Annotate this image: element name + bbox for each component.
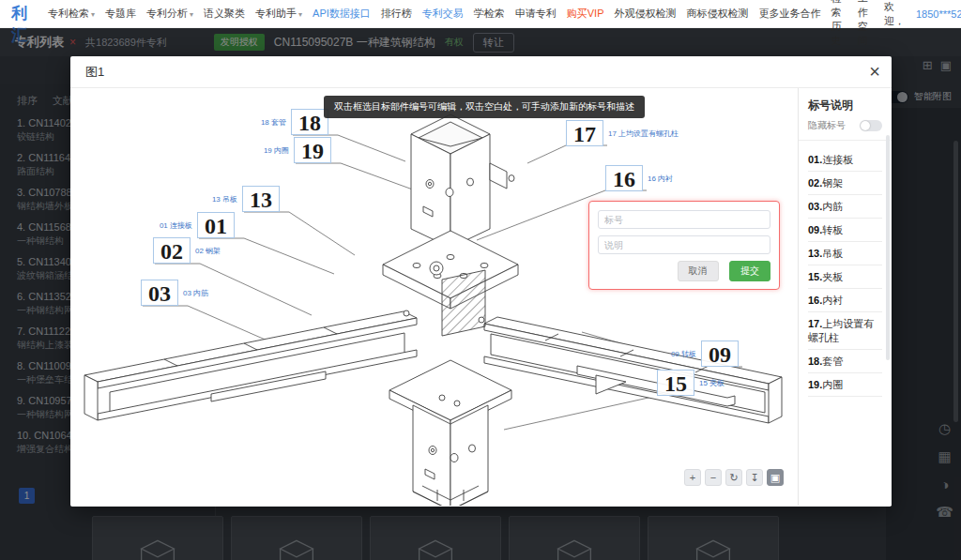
label-list-item[interactable]: 09.转板 (808, 219, 882, 242)
user-menu[interactable]: 1850***5289▾ (916, 8, 961, 20)
rotate-button[interactable]: ↻ (725, 469, 742, 486)
annotation-text: 17 上均设置有螺孔柱 (608, 129, 679, 139)
annotation-number: 16 (605, 165, 643, 191)
annotation-number: 19 (294, 137, 331, 163)
nav-menu-item[interactable]: 学检索 (474, 7, 505, 21)
figure-toolbar: + − ↻ ↧ ▣ (684, 469, 784, 486)
label-list-item[interactable]: 02.钢架 (808, 172, 882, 195)
zoom-out-button[interactable]: − (705, 469, 722, 486)
nav-menu-item[interactable]: 更多业务合作 (759, 7, 821, 21)
chevron-down-icon: ▾ (91, 10, 95, 19)
figure-annotation[interactable]: 02 钢架 02 (153, 237, 191, 264)
annotation-number: 15 (657, 370, 694, 396)
nav-menu: 专利检索▾专题库专利分析▾语义聚类专利助手▾API数据接口排行榜专利交易学检索申… (48, 7, 821, 21)
figure-annotation[interactable]: 18 套管 18 (291, 109, 328, 135)
hide-labels-label: 隐藏标号 (808, 119, 846, 132)
chevron-down-icon: ▾ (298, 10, 302, 19)
nav-menu-item[interactable]: 申请专利 (515, 7, 557, 21)
figure-annotation[interactable]: 01 连接板 01 (197, 212, 235, 238)
annotation-text: 19 内圈 (264, 145, 289, 156)
figure-annotation[interactable]: 17 上均设置有螺孔柱 17 (566, 120, 603, 146)
annotation-number: 09 (701, 341, 739, 367)
nav-menu-item[interactable]: 商标侵权检测 (687, 7, 749, 21)
label-list-item[interactable]: 01.连接板 (808, 148, 882, 172)
download-button[interactable]: ↧ (746, 469, 763, 486)
close-icon[interactable]: × (869, 61, 880, 82)
nav-menu-item[interactable]: 专利助手▾ (255, 7, 302, 21)
label-list-item[interactable]: 16.内衬 (808, 289, 882, 312)
annotation-text: 13 吊板 (212, 194, 237, 204)
chevron-down-icon: ▾ (190, 10, 193, 19)
nav-menu-item[interactable]: 专利检索▾ (48, 7, 95, 21)
annotation-text: 03 内筋 (183, 288, 208, 298)
figure-area[interactable]: 18 套管 18 19 内圈 19 13 吊板 13 01 连接板 (70, 88, 798, 506)
figure-annotation[interactable]: 15 夹板 15 (657, 370, 694, 396)
annotation-text: 02 钢架 (195, 246, 221, 256)
figure-annotation[interactable]: 19 内圈 19 (294, 137, 331, 163)
annotation-number: 03 (141, 280, 178, 306)
annotation-number: 13 (242, 186, 280, 212)
annotation-text: 18 套管 (261, 117, 286, 128)
figure-annotation[interactable]: 13 吊板 13 (242, 186, 280, 212)
figure-viewer-modal: 图1 × (70, 56, 892, 507)
panel-scrollbar[interactable] (886, 135, 890, 360)
top-nav: 专利汇 专利检索▾专题库专利分析▾语义聚类专利助手▾API数据接口排行榜专利交易… (0, 0, 961, 28)
annotation-text: 09 转板 (671, 349, 696, 359)
nav-menu-item[interactable]: 专题库 (105, 7, 136, 21)
label-list-item[interactable]: 03.内筋 (808, 195, 882, 219)
annotation-form: 取消 提交 (588, 201, 780, 290)
panel-title: 标号说明 (799, 88, 892, 119)
image-toggle-button[interactable]: ▣ (767, 469, 784, 486)
nav-menu-item[interactable]: 外观侵权检测 (615, 7, 677, 21)
figure-annotation[interactable]: 09 转板 09 (701, 341, 739, 367)
figure-annotation[interactable]: 03 内筋 03 (141, 280, 178, 306)
zoom-in-button[interactable]: + (684, 469, 701, 486)
annotation-text: 01 连接板 (160, 220, 192, 231)
label-list-item[interactable]: 13.吊板 (808, 242, 882, 265)
annotation-text: 15 夹板 (699, 378, 725, 388)
nav-menu-item[interactable]: 专利交易 (422, 7, 464, 21)
annotation-number: 17 (566, 120, 603, 146)
description-input[interactable] (598, 235, 770, 254)
annotation-number: 01 (197, 212, 235, 238)
nav-menu-item[interactable]: API数据接口 (313, 7, 371, 21)
label-list-item[interactable]: 17.上均设置有螺孔柱 (808, 312, 882, 350)
figure-title: 图1 (85, 64, 104, 81)
welcome-text: 欢迎， (884, 0, 905, 28)
label-panel: 标号说明 隐藏标号 01.连接板 02.钢架 03.内筋 09.转板 13.吊板 (798, 88, 892, 506)
submit-button[interactable]: 提交 (729, 261, 770, 281)
nav-menu-item[interactable]: 购买VIP (567, 7, 604, 21)
label-list-item[interactable]: 18.套管 (808, 350, 882, 373)
label-list: 01.连接板 02.钢架 03.内筋 09.转板 13.吊板 15.夹板 16.… (799, 141, 892, 397)
hide-labels-toggle[interactable] (860, 120, 882, 131)
label-list-item[interactable]: 15.夹板 (808, 265, 882, 289)
label-input[interactable] (598, 210, 770, 229)
nav-menu-item[interactable]: 排行榜 (381, 7, 412, 21)
nav-menu-item[interactable]: 语义聚类 (204, 7, 245, 21)
annotation-tooltip: 双击框选目标部件编号可编辑，双击空白处，可手动添加新的标号和描述 (324, 96, 645, 118)
nav-menu-item[interactable]: 专利分析▾ (146, 7, 193, 21)
drawing-geometry (84, 114, 782, 506)
annotation-text: 16 内衬 (648, 174, 673, 184)
label-list-item[interactable]: 19.内圈 (808, 373, 882, 397)
modal-header: 图1 × (70, 56, 892, 88)
figure-annotation[interactable]: 16 内衬 16 (605, 165, 643, 191)
cancel-button[interactable]: 取消 (678, 261, 719, 281)
annotation-number: 02 (153, 237, 191, 264)
annotation-number: 18 (291, 109, 328, 135)
patent-figure-drawing (70, 88, 798, 506)
